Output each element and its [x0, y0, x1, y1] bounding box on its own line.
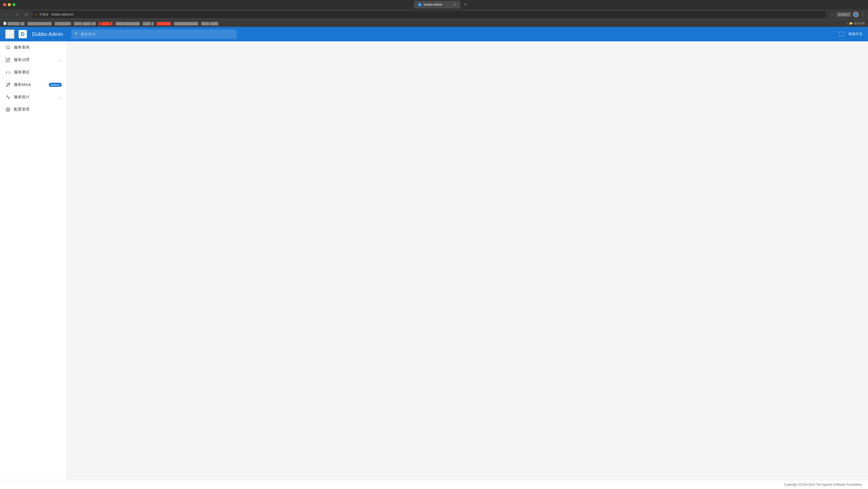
sidebar-item-label: 服务统计 — [14, 95, 56, 99]
traffic-lights — [3, 3, 16, 6]
main-content — [67, 41, 868, 480]
wrench-icon — [5, 83, 11, 87]
bookmark-8[interactable]: ███████ — [157, 22, 171, 25]
browser-tab[interactable]: D Dubbo Admin ✕ — [414, 1, 460, 8]
fullscreen-button[interactable]: ⛶ — [839, 31, 844, 37]
bookmark-star-icon[interactable]: ☆ — [831, 12, 834, 17]
close-button[interactable] — [3, 3, 6, 6]
search-bar[interactable]: 🔍 — [71, 29, 237, 39]
sidebar-item-service-mock[interactable]: 服务Mock feature — [0, 79, 67, 91]
copyright-text: Copyright ©2018-2019 The Apache Software… — [784, 483, 863, 486]
app-logo: D — [19, 30, 27, 38]
search-icon: 🔍 — [74, 32, 79, 36]
security-label: 不安全 — [39, 12, 49, 17]
language-button[interactable]: 简体中文 — [848, 32, 863, 36]
footer: Copyright ©2018-2019 The Apache Software… — [0, 480, 868, 489]
new-tab-button[interactable]: + — [462, 2, 469, 8]
incognito-label: 无痕模式 — [836, 12, 851, 17]
sidebar-item-label: 服务治理 — [14, 57, 56, 62]
chevron-down-icon: ⌄ — [59, 95, 62, 99]
sidebar-item-label: 服务测试 — [14, 70, 62, 75]
main-layout: 服务查询 服务治理 ⌄ 服务测试 服务Mock feat — [0, 41, 868, 480]
pencil-icon — [5, 58, 11, 62]
sidebar-item-service-governance[interactable]: 服务治理 ⌄ — [0, 54, 67, 66]
top-nav: ☰ D Dubbo Admin 🔍 ⛶ 简体中文 — [0, 27, 868, 41]
bookmark-1[interactable]: 📄 ██████ ██ — [3, 22, 24, 25]
sidebar-item-label: 服务Mock — [14, 82, 46, 87]
user-avatar[interactable]: 👤 — [853, 12, 859, 17]
tab-close-icon[interactable]: ✕ — [454, 3, 456, 6]
titlebar: D Dubbo Admin ✕ + — [0, 0, 868, 9]
browser-menu-icon[interactable]: ⋮ — [861, 12, 865, 17]
sidebar-item-label: 配置管理 — [14, 107, 62, 112]
reload-button[interactable]: ↻ — [23, 11, 30, 18]
sidebar-item-config-mgmt[interactable]: 配置管理 — [0, 103, 67, 116]
hamburger-button[interactable]: ☰ — [5, 29, 14, 39]
toolbar-right: 无痕模式 👤 ⋮ — [836, 12, 865, 17]
sidebar-item-service-stats[interactable]: 服务统计 ⌄ — [0, 91, 67, 103]
sidebar-item-label: 服务查询 — [14, 45, 62, 50]
bookmark-10[interactable]: ████ ████ — [201, 22, 218, 25]
bookmarks-more[interactable]: » 📁 其他书签 — [847, 22, 865, 25]
sidebar: 服务查询 服务治理 ⌄ 服务测试 服务Mock feat — [0, 41, 67, 480]
svg-line-1 — [9, 48, 9, 49]
logo-letter: D — [21, 31, 25, 37]
search-input[interactable] — [81, 32, 234, 36]
settings-icon — [5, 107, 11, 112]
bookmarks-bar: 📄 ██████ ██ ████████████ ████████ ████ █… — [0, 20, 868, 27]
bookmark-7[interactable]: ████ █ — [143, 22, 154, 25]
svg-point-2 — [7, 109, 9, 110]
chart-icon — [5, 95, 11, 99]
back-button[interactable]: ← — [3, 11, 10, 18]
svg-point-0 — [6, 46, 9, 49]
folder-icon-more: 📁 — [849, 22, 853, 25]
app-container: ☰ D Dubbo Admin 🔍 ⛶ 简体中文 服务查询 — [0, 27, 868, 489]
tab-favicon: D — [418, 3, 422, 6]
tab-title: Dubbo Admin — [424, 3, 452, 6]
nav-right: ⛶ 简体中文 — [839, 31, 863, 37]
minimize-button[interactable] — [8, 3, 11, 6]
sidebar-item-service-search[interactable]: 服务查询 — [0, 41, 67, 54]
bookmark-9[interactable]: ████████████ — [174, 22, 198, 25]
forward-button[interactable]: → — [13, 11, 20, 18]
browser-chrome: D Dubbo Admin ✕ + ← → ↻ ⚠ 不安全 /dubbo-adm… — [0, 0, 868, 27]
maximize-button[interactable] — [12, 3, 16, 6]
bookmark-3[interactable]: ████████ — [55, 22, 71, 25]
chevron-down-icon: ⌄ — [59, 58, 62, 62]
search-icon — [5, 45, 11, 50]
bookmark-6[interactable]: ████████████ — [116, 22, 140, 25]
address-bar[interactable]: ⚠ 不安全 /dubbo-admin/#/ — [33, 11, 826, 18]
bookmark-5[interactable]: █ ████ █ — [99, 22, 113, 25]
address-text: /dubbo-admin/#/ — [51, 13, 74, 16]
bookmark-2[interactable]: ████████████ — [27, 22, 52, 25]
lock-icon: ⚠ — [35, 13, 38, 16]
app-title: Dubbo Admin — [32, 31, 63, 37]
browser-toolbar: ← → ↻ ⚠ 不安全 /dubbo-admin/#/ ☆ 无痕模式 👤 ⋮ — [0, 9, 868, 20]
code-icon — [5, 70, 11, 75]
sidebar-item-service-test[interactable]: 服务测试 — [0, 66, 67, 79]
feature-badge: feature — [49, 83, 62, 87]
folder-icon: 📄 — [3, 22, 7, 25]
bookmark-4[interactable]: ████ ████ ██ — [74, 22, 96, 25]
